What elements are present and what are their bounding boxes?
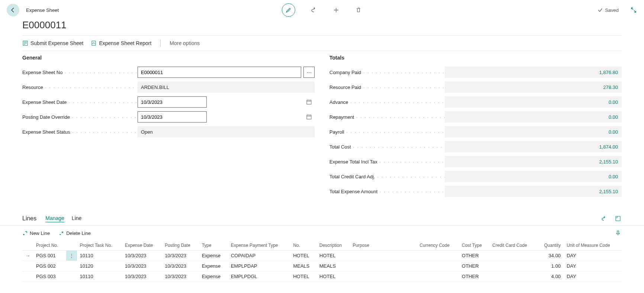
check-icon [598, 7, 603, 13]
col-no[interactable]: No. [290, 241, 316, 251]
expense-sheet-report-button[interactable]: Expense Sheet Report [91, 40, 151, 46]
cell-quantity[interactable]: 34.00 [537, 251, 564, 261]
totals-value [445, 171, 622, 182]
cell-currency[interactable] [416, 251, 459, 261]
cell-posting-date[interactable]: 10/3/2023 [162, 251, 199, 261]
totals-value [445, 67, 622, 78]
cell-no[interactable]: MEALS [290, 261, 316, 271]
label-expense-sheet-date: Expense Sheet Date [22, 99, 138, 105]
cell-uom[interactable]: DAY [564, 271, 622, 282]
col-purpose[interactable]: Purpose [350, 241, 416, 251]
cell-project-task[interactable]: 10110 [77, 251, 122, 261]
cell-purpose[interactable] [350, 261, 416, 271]
maximize-icon [615, 216, 621, 222]
delete-line-button[interactable]: Delete Line [59, 230, 91, 236]
tab-line[interactable]: Line [72, 215, 81, 222]
cell-currency[interactable] [416, 261, 459, 271]
new-button[interactable] [332, 6, 340, 14]
row-indicator: → [22, 251, 33, 261]
cell-cc-code[interactable] [489, 261, 537, 271]
cell-description[interactable]: HOTEL [316, 251, 350, 261]
lines-settings-button[interactable] [614, 229, 622, 237]
cell-payment-type[interactable]: COPAIDAP [228, 251, 290, 261]
general-title: General [22, 55, 315, 61]
lines-share-button[interactable] [600, 215, 608, 222]
cell-payment-type[interactable]: EMPLPDGL [228, 271, 290, 282]
expand-button[interactable] [630, 6, 637, 14]
cell-type[interactable]: Expense [199, 271, 228, 282]
cell-cc-code[interactable] [489, 251, 537, 261]
cell-expense-date[interactable]: 10/3/2023 [122, 251, 162, 261]
submit-expense-sheet-button[interactable]: Submit Expense Sheet [22, 40, 83, 46]
share-button[interactable] [310, 6, 318, 14]
cell-project-no[interactable]: PGS 001 [33, 251, 66, 261]
svg-rect-3 [307, 115, 311, 119]
cell-quantity[interactable]: 4.00 [537, 271, 564, 282]
cell-description[interactable]: MEALS [316, 261, 350, 271]
cell-project-task[interactable]: 10110 [77, 271, 122, 282]
cell-cost-type[interactable]: OTHER [459, 261, 489, 271]
cell-quantity[interactable]: 1.00 [537, 261, 564, 271]
pin-icon [615, 230, 621, 236]
new-line-button[interactable]: New Line [22, 230, 50, 236]
submit-label: Submit Expense Sheet [30, 40, 83, 46]
totals-field: Company Paid [329, 67, 622, 78]
col-posting-date[interactable]: Posting Date [162, 241, 199, 251]
lookup-button[interactable]: ⋯ [303, 67, 315, 78]
table-row[interactable]: PGS 003 10110 10/3/2023 10/3/2023 Expens… [22, 271, 622, 282]
table-row[interactable]: → PGS 001 ⋮ 10110 10/3/2023 10/3/2023 Ex… [22, 251, 622, 261]
row-menu-button[interactable]: ⋮ [66, 251, 77, 261]
cell-cost-type[interactable]: OTHER [459, 251, 489, 261]
cell-project-task[interactable]: 10120 [77, 261, 122, 271]
col-cost-type[interactable]: Cost Type [459, 241, 489, 251]
cell-uom[interactable]: DAY [564, 261, 622, 271]
cell-description[interactable]: HOTEL [316, 271, 350, 282]
lines-expand-button[interactable] [614, 215, 622, 222]
col-description[interactable]: Description [316, 241, 350, 251]
col-expense-date[interactable]: Expense Date [122, 241, 162, 251]
col-project-no[interactable]: Project No. [33, 241, 66, 251]
calendar-icon [306, 114, 312, 120]
edit-button[interactable] [282, 3, 295, 17]
arrow-left-icon [10, 7, 16, 13]
field-expense-sheet-date: Expense Sheet Date [22, 96, 315, 108]
cell-type[interactable]: Expense [199, 251, 228, 261]
cell-cost-type[interactable]: OTHER [459, 271, 489, 282]
cell-posting-date[interactable]: 10/3/2023 [162, 261, 199, 271]
totals-field: Repayment [329, 111, 622, 122]
cell-type[interactable]: Expense [199, 261, 228, 271]
cell-expense-date[interactable]: 10/3/2023 [122, 261, 162, 271]
col-uom[interactable]: Unit of Measure Code [564, 241, 622, 251]
cell-currency[interactable] [416, 271, 459, 282]
delete-button[interactable] [355, 6, 362, 14]
cell-cc-code[interactable] [489, 271, 537, 282]
more-options-button[interactable]: More options [170, 40, 200, 46]
cell-posting-date[interactable]: 10/3/2023 [162, 271, 199, 282]
col-cc-code[interactable]: Credit Card Code [489, 241, 537, 251]
tab-manage[interactable]: Manage [45, 215, 64, 222]
col-quantity[interactable]: Quantity [537, 241, 564, 251]
back-button[interactable] [7, 4, 19, 16]
cell-payment-type[interactable]: EMPLPDAP [228, 261, 290, 271]
totals-value [445, 141, 622, 152]
header-center-actions [282, 3, 362, 17]
cell-uom[interactable]: DAY [564, 251, 622, 261]
col-currency[interactable]: Currency Code [416, 241, 459, 251]
cell-no[interactable]: HOTEL [290, 271, 316, 282]
expense-sheet-no-input[interactable] [138, 67, 301, 78]
col-type[interactable]: Type [199, 241, 228, 251]
col-payment-type[interactable]: Expense Payment Type [228, 241, 290, 251]
cell-project-no[interactable]: PGS 002 [33, 261, 66, 271]
col-project-task[interactable]: Project Task No. [77, 241, 122, 251]
posting-date-override-input[interactable] [138, 111, 207, 122]
cell-purpose[interactable] [350, 251, 416, 261]
report-label: Expense Sheet Report [99, 40, 151, 46]
table-row[interactable]: PGS 002 10120 10/3/2023 10/3/2023 Expens… [22, 261, 622, 271]
lines-toolbar: New Line Delete Line [0, 226, 644, 241]
cell-project-no[interactable]: PGS 003 [33, 271, 66, 282]
expense-sheet-date-input[interactable] [138, 96, 207, 108]
header-right-actions: Saved [598, 6, 637, 14]
cell-no[interactable]: HOTEL [290, 251, 316, 261]
cell-expense-date[interactable]: 10/3/2023 [122, 271, 162, 282]
cell-purpose[interactable] [350, 271, 416, 282]
